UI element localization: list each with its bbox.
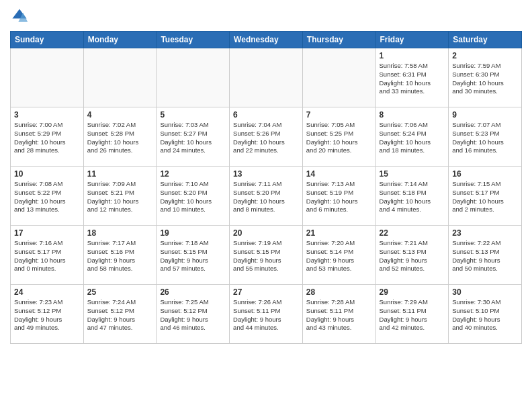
- day-number: 30: [452, 287, 518, 297]
- logo: [10, 7, 32, 26]
- day-info: Sunrise: 7:59 AM Sunset: 6:30 PM Dayligh…: [452, 62, 518, 96]
- logo-icon: [10, 7, 29, 26]
- calendar-cell: 11Sunrise: 7:09 AM Sunset: 5:21 PM Dayli…: [83, 167, 157, 226]
- day-info: Sunrise: 7:18 AM Sunset: 5:15 PM Dayligh…: [160, 239, 226, 273]
- week-row-4: 17Sunrise: 7:16 AM Sunset: 5:17 PM Dayli…: [11, 226, 522, 285]
- day-info: Sunrise: 7:20 AM Sunset: 5:14 PM Dayligh…: [306, 239, 372, 273]
- calendar-cell: 1Sunrise: 7:58 AM Sunset: 6:31 PM Daylig…: [375, 48, 449, 107]
- day-number: 11: [87, 169, 153, 179]
- calendar-cell: 15Sunrise: 7:14 AM Sunset: 5:18 PM Dayli…: [375, 167, 449, 226]
- day-info: Sunrise: 7:21 AM Sunset: 5:13 PM Dayligh…: [380, 239, 445, 273]
- day-number: 18: [87, 228, 153, 238]
- weekday-header-wednesday: Wednesday: [230, 32, 303, 48]
- weekday-header-thursday: Thursday: [302, 32, 375, 48]
- day-info: Sunrise: 7:26 AM Sunset: 5:11 PM Dayligh…: [233, 298, 299, 332]
- day-number: 24: [14, 287, 80, 297]
- day-number: 23: [452, 228, 518, 238]
- day-info: Sunrise: 7:22 AM Sunset: 5:13 PM Dayligh…: [452, 239, 518, 273]
- day-info: Sunrise: 7:24 AM Sunset: 5:12 PM Dayligh…: [87, 298, 153, 332]
- calendar-header: SundayMondayTuesdayWednesdayThursdayFrid…: [11, 32, 522, 48]
- calendar-cell: 10Sunrise: 7:08 AM Sunset: 5:22 PM Dayli…: [11, 167, 84, 226]
- header: [10, 7, 522, 26]
- day-number: 5: [160, 110, 226, 120]
- day-info: Sunrise: 7:10 AM Sunset: 5:20 PM Dayligh…: [160, 180, 226, 214]
- day-info: Sunrise: 7:04 AM Sunset: 5:26 PM Dayligh…: [233, 121, 299, 155]
- calendar-cell: 2Sunrise: 7:59 AM Sunset: 6:30 PM Daylig…: [449, 48, 522, 107]
- weekday-row: SundayMondayTuesdayWednesdayThursdayFrid…: [11, 32, 522, 48]
- calendar-cell: 17Sunrise: 7:16 AM Sunset: 5:17 PM Dayli…: [11, 226, 84, 285]
- calendar-cell: 9Sunrise: 7:07 AM Sunset: 5:23 PM Daylig…: [449, 107, 522, 167]
- day-info: Sunrise: 7:05 AM Sunset: 5:25 PM Dayligh…: [306, 121, 372, 155]
- day-number: 21: [306, 228, 372, 238]
- day-number: 20: [233, 228, 299, 238]
- calendar-cell: 16Sunrise: 7:15 AM Sunset: 5:17 PM Dayli…: [449, 167, 522, 226]
- day-number: 22: [380, 228, 445, 238]
- day-number: 19: [160, 228, 226, 238]
- day-info: Sunrise: 7:23 AM Sunset: 5:12 PM Dayligh…: [14, 298, 80, 332]
- day-number: 9: [452, 110, 518, 120]
- day-info: Sunrise: 7:17 AM Sunset: 5:16 PM Dayligh…: [87, 239, 153, 273]
- day-number: 4: [87, 110, 153, 120]
- calendar: SundayMondayTuesdayWednesdayThursdayFrid…: [10, 31, 522, 344]
- day-number: 17: [14, 228, 80, 238]
- day-info: Sunrise: 7:08 AM Sunset: 5:22 PM Dayligh…: [14, 180, 80, 214]
- day-info: Sunrise: 7:30 AM Sunset: 5:10 PM Dayligh…: [452, 298, 518, 332]
- day-number: 14: [306, 169, 372, 179]
- calendar-cell: [83, 48, 157, 107]
- day-number: 15: [380, 169, 445, 179]
- day-info: Sunrise: 7:14 AM Sunset: 5:18 PM Dayligh…: [380, 180, 445, 214]
- day-info: Sunrise: 7:16 AM Sunset: 5:17 PM Dayligh…: [14, 239, 80, 273]
- calendar-cell: 6Sunrise: 7:04 AM Sunset: 5:26 PM Daylig…: [230, 107, 303, 167]
- calendar-cell: [157, 48, 230, 107]
- day-number: 6: [233, 110, 299, 120]
- day-info: Sunrise: 7:11 AM Sunset: 5:20 PM Dayligh…: [233, 180, 299, 214]
- calendar-cell: 27Sunrise: 7:26 AM Sunset: 5:11 PM Dayli…: [230, 285, 303, 344]
- calendar-cell: 20Sunrise: 7:19 AM Sunset: 5:15 PM Dayli…: [230, 226, 303, 285]
- calendar-body: 1Sunrise: 7:58 AM Sunset: 6:31 PM Daylig…: [11, 48, 522, 344]
- calendar-cell: 26Sunrise: 7:25 AM Sunset: 5:12 PM Dayli…: [157, 285, 230, 344]
- day-number: 13: [233, 169, 299, 179]
- calendar-cell: 29Sunrise: 7:29 AM Sunset: 5:11 PM Dayli…: [375, 285, 449, 344]
- day-number: 3: [14, 110, 80, 120]
- week-row-5: 24Sunrise: 7:23 AM Sunset: 5:12 PM Dayli…: [11, 285, 522, 344]
- day-number: 26: [160, 287, 226, 297]
- day-number: 27: [233, 287, 299, 297]
- calendar-cell: 8Sunrise: 7:06 AM Sunset: 5:24 PM Daylig…: [375, 107, 449, 167]
- calendar-cell: 22Sunrise: 7:21 AM Sunset: 5:13 PM Dayli…: [375, 226, 449, 285]
- day-number: 29: [380, 287, 445, 297]
- week-row-1: 1Sunrise: 7:58 AM Sunset: 6:31 PM Daylig…: [11, 48, 522, 107]
- calendar-cell: 28Sunrise: 7:28 AM Sunset: 5:11 PM Dayli…: [302, 285, 375, 344]
- day-info: Sunrise: 7:00 AM Sunset: 5:29 PM Dayligh…: [14, 121, 80, 155]
- calendar-cell: 13Sunrise: 7:11 AM Sunset: 5:20 PM Dayli…: [230, 167, 303, 226]
- day-info: Sunrise: 7:29 AM Sunset: 5:11 PM Dayligh…: [380, 298, 445, 332]
- weekday-header-monday: Monday: [83, 32, 157, 48]
- day-number: 28: [306, 287, 372, 297]
- weekday-header-tuesday: Tuesday: [157, 32, 230, 48]
- calendar-cell: [302, 48, 375, 107]
- calendar-cell: 3Sunrise: 7:00 AM Sunset: 5:29 PM Daylig…: [11, 107, 84, 167]
- day-info: Sunrise: 7:13 AM Sunset: 5:19 PM Dayligh…: [306, 180, 372, 214]
- calendar-cell: [230, 48, 303, 107]
- day-number: 12: [160, 169, 226, 179]
- day-number: 8: [380, 110, 445, 120]
- day-number: 7: [306, 110, 372, 120]
- calendar-cell: 5Sunrise: 7:03 AM Sunset: 5:27 PM Daylig…: [157, 107, 230, 167]
- day-info: Sunrise: 7:03 AM Sunset: 5:27 PM Dayligh…: [160, 121, 226, 155]
- calendar-cell: 4Sunrise: 7:02 AM Sunset: 5:28 PM Daylig…: [83, 107, 157, 167]
- calendar-cell: 7Sunrise: 7:05 AM Sunset: 5:25 PM Daylig…: [302, 107, 375, 167]
- day-number: 16: [452, 169, 518, 179]
- day-number: 2: [452, 51, 518, 60]
- calendar-cell: 23Sunrise: 7:22 AM Sunset: 5:13 PM Dayli…: [449, 226, 522, 285]
- day-info: Sunrise: 7:28 AM Sunset: 5:11 PM Dayligh…: [306, 298, 372, 332]
- calendar-cell: 30Sunrise: 7:30 AM Sunset: 5:10 PM Dayli…: [449, 285, 522, 344]
- weekday-header-friday: Friday: [375, 32, 449, 48]
- day-info: Sunrise: 7:58 AM Sunset: 6:31 PM Dayligh…: [380, 62, 445, 96]
- calendar-cell: 19Sunrise: 7:18 AM Sunset: 5:15 PM Dayli…: [157, 226, 230, 285]
- day-info: Sunrise: 7:07 AM Sunset: 5:23 PM Dayligh…: [452, 121, 518, 155]
- day-info: Sunrise: 7:09 AM Sunset: 5:21 PM Dayligh…: [87, 180, 153, 214]
- week-row-3: 10Sunrise: 7:08 AM Sunset: 5:22 PM Dayli…: [11, 167, 522, 226]
- week-row-2: 3Sunrise: 7:00 AM Sunset: 5:29 PM Daylig…: [11, 107, 522, 167]
- calendar-cell: 24Sunrise: 7:23 AM Sunset: 5:12 PM Dayli…: [11, 285, 84, 344]
- day-number: 25: [87, 287, 153, 297]
- day-info: Sunrise: 7:02 AM Sunset: 5:28 PM Dayligh…: [87, 121, 153, 155]
